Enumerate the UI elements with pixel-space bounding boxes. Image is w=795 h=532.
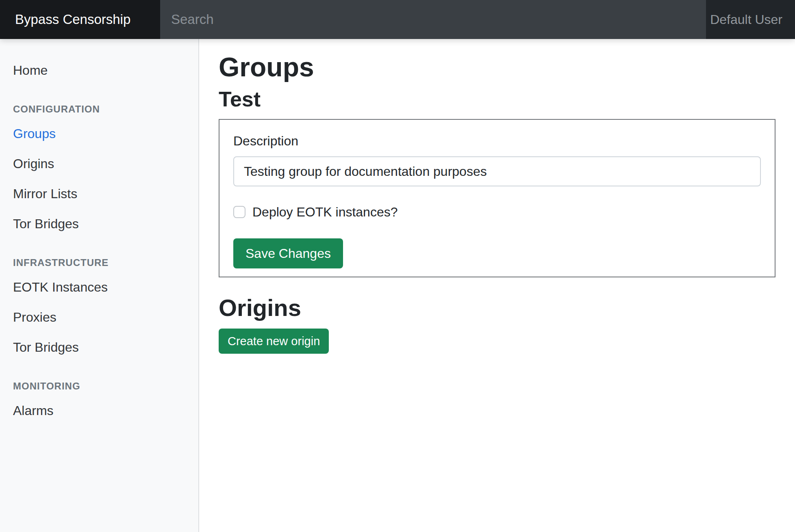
create-new-origin-button[interactable]: Create new origin: [219, 329, 329, 354]
deploy-eotk-row: Deploy EOTK instances?: [233, 204, 761, 220]
sidebar-item-tor-bridges-config[interactable]: Tor Bridges: [0, 209, 198, 239]
sidebar-item-tor-bridges-infra[interactable]: Tor Bridges: [0, 332, 198, 362]
sidebar: Home CONFIGURATION Groups Origins Mirror…: [0, 39, 199, 532]
description-input[interactable]: [233, 156, 761, 186]
sidebar-item-eotk-instances[interactable]: EOTK Instances: [0, 272, 198, 302]
sidebar-item-alarms[interactable]: Alarms: [0, 396, 198, 426]
group-edit-form: Description Deploy EOTK instances? Save …: [219, 119, 775, 277]
sidebar-item-origins[interactable]: Origins: [0, 149, 198, 179]
page-title: Groups: [219, 51, 775, 83]
save-changes-button[interactable]: Save Changes: [233, 238, 343, 268]
sidebar-item-groups[interactable]: Groups: [0, 119, 198, 149]
sidebar-item-mirror-lists[interactable]: Mirror Lists: [0, 179, 198, 209]
sidebar-heading-configuration: CONFIGURATION: [13, 103, 185, 115]
sidebar-item-home[interactable]: Home: [0, 55, 198, 85]
sidebar-item-proxies[interactable]: Proxies: [0, 302, 198, 332]
page-layout: Home CONFIGURATION Groups Origins Mirror…: [0, 39, 795, 532]
top-navbar: Bypass Censorship Default User: [0, 0, 795, 39]
user-menu[interactable]: Default User: [706, 0, 795, 39]
origins-heading: Origins: [219, 294, 775, 322]
search-bar: [160, 0, 706, 39]
sidebar-heading-monitoring: MONITORING: [13, 380, 185, 392]
group-name-heading: Test: [219, 87, 775, 112]
description-label: Description: [233, 131, 761, 151]
search-input[interactable]: [160, 0, 706, 39]
deploy-eotk-label[interactable]: Deploy EOTK instances?: [252, 204, 398, 220]
sidebar-nav: Home CONFIGURATION Groups Origins Mirror…: [0, 39, 198, 426]
deploy-eotk-checkbox[interactable]: [233, 206, 245, 218]
app-brand[interactable]: Bypass Censorship: [0, 0, 160, 39]
main-content: Groups Test Description Deploy EOTK inst…: [199, 39, 795, 532]
sidebar-heading-infrastructure: INFRASTRUCTURE: [13, 257, 185, 269]
